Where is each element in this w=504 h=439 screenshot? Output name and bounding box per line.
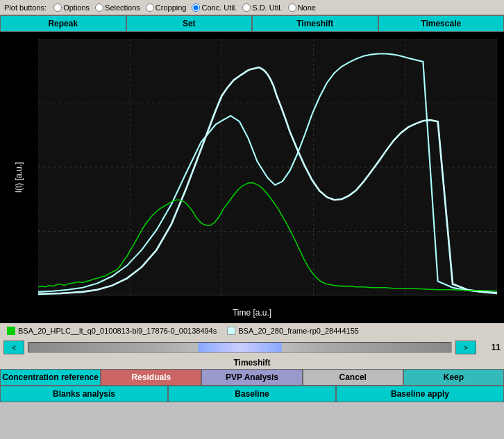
timescale-button[interactable]: Timescale [378,15,505,32]
legend-row: BSA_20_HPLC__lt_q0_0100813-bi9_17876-0_0… [0,323,504,338]
legend-label-2: BSA_20_280_frame-rp0_28444155 [238,327,359,335]
x-axis-label: Time [a.u.] [233,308,271,318]
slider-row: < > 11 [0,338,504,356]
radio-conc[interactable]: Conc. Util. [192,3,237,12]
cancel-button[interactable]: Cancel [303,369,403,386]
left-buttons: Repeak Set [0,15,252,32]
legend-label-1: BSA_20_HPLC__lt_q0_0100813-bi9_17876-0_0… [18,327,217,335]
slider-right-button[interactable]: > [455,341,476,354]
radio-options[interactable]: Options [53,3,90,12]
repeak-button[interactable]: Repeak [0,15,126,32]
concentration-reference-button[interactable]: Concentration reference [0,369,101,386]
main-button-row: Repeak Set Timeshift Timescale [0,15,504,32]
slider-track[interactable] [28,342,452,353]
timeshift-button[interactable]: Timeshift [252,15,378,32]
right-buttons: Timeshift Timescale [252,15,504,32]
radio-conc-label: Conc. Util. [201,3,237,12]
radio-sd[interactable]: S.D. Util. [242,3,282,12]
radio-options-label: Options [63,3,90,12]
radio-cropping-label: Cropping [156,3,187,12]
set-button[interactable]: Set [126,15,253,32]
legend-item-1: BSA_20_HPLC__lt_q0_0100813-bi9_17876-0_0… [7,327,217,335]
radio-cropping-input[interactable] [146,3,154,12]
bottom-row-2: Blanks analysis Baseline Baseline apply [0,386,504,402]
residuals-button[interactable]: Residuals [101,369,201,386]
blanks-analysis-button[interactable]: Blanks analysis [0,386,168,402]
pvp-analysis-button[interactable]: PVP Analysis [201,369,302,386]
radio-sd-input[interactable] [242,3,251,12]
top-bar: Plot buttons: Options Selections Croppin… [0,0,504,15]
legend-item-2: BSA_20_280_frame-rp0_28444155 [227,327,359,335]
slider-left-button[interactable]: < [3,341,24,354]
keep-button[interactable]: Keep [403,369,504,386]
radio-none[interactable]: None [288,3,316,12]
bottom-row-1: Concentration reference Residuals PVP An… [0,369,504,386]
radio-conc-input[interactable] [192,3,200,12]
legend-color-2 [227,327,235,335]
slider-value: 11 [480,343,501,352]
radio-none-input[interactable] [288,3,296,12]
radio-none-label: None [298,3,316,12]
radio-options-input[interactable] [53,3,62,12]
radio-selections[interactable]: Selections [95,3,140,12]
radio-group: Options Selections Cropping Conc. Util. … [53,3,316,12]
chart-area: I(t) [a.u.] Time [a.u.] 0 50 100 150 200… [0,32,504,323]
radio-sd-label: S.D. Util. [252,3,282,12]
plot-buttons-label: Plot buttons: [4,3,47,12]
radio-selections-input[interactable] [95,3,103,12]
radio-cropping[interactable]: Cropping [146,3,187,12]
legend-color-1 [7,327,15,335]
y-axis-label: I(t) [a.u.] [14,162,24,193]
baseline-apply-button[interactable]: Baseline apply [336,386,504,402]
chart-svg: 0 50 100 150 200 0 50 100 150 200 250 [38,39,497,295]
timeshift-label: Timeshift [0,356,504,369]
baseline-button[interactable]: Baseline [168,386,336,402]
radio-selections-label: Selections [105,3,140,12]
